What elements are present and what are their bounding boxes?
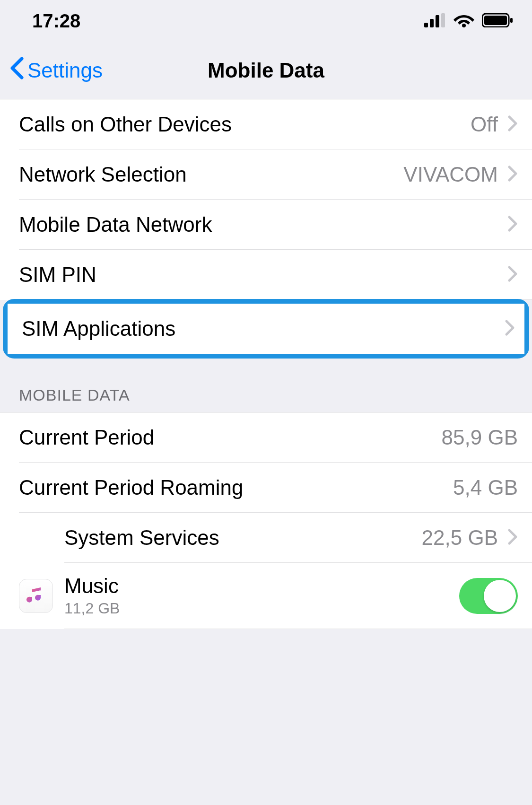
row-network-selection[interactable]: Network Selection VIVACOM xyxy=(0,149,532,200)
chevron-left-icon xyxy=(9,57,24,84)
section-header-mobile-data: MOBILE DATA xyxy=(0,359,532,412)
chevron-right-icon xyxy=(507,528,518,547)
row-label: Current Period xyxy=(19,426,154,449)
back-button[interactable]: Settings xyxy=(9,57,103,84)
chevron-right-icon xyxy=(507,165,518,184)
settings-section-1: Calls on Other Devices Off Network Selec… xyxy=(0,99,532,359)
svg-rect-3 xyxy=(441,13,445,27)
row-sim-applications[interactable]: SIM Applications xyxy=(8,304,524,354)
app-usage: 11,2 GB xyxy=(64,600,459,617)
svg-rect-2 xyxy=(436,15,439,27)
row-app-music[interactable]: Music 11,2 GB xyxy=(0,563,532,629)
settings-section-2: Current Period 85,9 GB Current Period Ro… xyxy=(0,412,532,629)
row-current-period-roaming[interactable]: Current Period Roaming 5,4 GB xyxy=(0,463,532,513)
status-right xyxy=(424,10,513,32)
row-current-period[interactable]: Current Period 85,9 GB xyxy=(0,412,532,463)
row-value: 5,4 GB xyxy=(453,476,518,499)
svg-point-4 xyxy=(462,24,466,27)
chevron-right-icon xyxy=(507,115,518,134)
toggle-knob xyxy=(484,580,516,612)
status-bar: 17:28 xyxy=(0,0,532,42)
svg-rect-7 xyxy=(510,18,513,23)
svg-rect-1 xyxy=(430,19,434,27)
music-app-icon xyxy=(19,579,53,613)
svg-rect-6 xyxy=(484,16,507,25)
row-value: 22,5 GB xyxy=(422,526,498,550)
row-value: 85,9 GB xyxy=(442,426,518,449)
row-value: VIVACOM xyxy=(403,163,498,186)
music-toggle[interactable] xyxy=(459,578,518,614)
cellular-signal-icon xyxy=(424,10,446,32)
chevron-right-icon xyxy=(507,215,518,234)
row-label: Mobile Data Network xyxy=(19,213,212,236)
app-name: Music xyxy=(64,574,459,598)
row-label: Network Selection xyxy=(19,163,187,186)
row-calls-on-other-devices[interactable]: Calls on Other Devices Off xyxy=(0,99,532,149)
row-label: SIM Applications xyxy=(22,317,175,341)
chevron-right-icon xyxy=(507,265,518,284)
row-system-services[interactable]: System Services 22,5 GB xyxy=(0,513,532,563)
app-text: Music 11,2 GB xyxy=(64,574,459,617)
wifi-icon xyxy=(454,10,474,32)
back-label: Settings xyxy=(27,59,103,82)
row-label: System Services xyxy=(64,526,219,550)
nav-bar: Settings Mobile Data xyxy=(0,42,532,99)
battery-icon xyxy=(482,10,513,32)
status-time: 17:28 xyxy=(32,10,80,32)
row-label: Current Period Roaming xyxy=(19,476,243,499)
highlight-annotation: SIM Applications xyxy=(3,299,529,359)
row-mobile-data-network[interactable]: Mobile Data Network xyxy=(0,200,532,250)
row-label: SIM PIN xyxy=(19,263,96,287)
row-label: Calls on Other Devices xyxy=(19,113,232,136)
svg-rect-0 xyxy=(424,23,428,27)
row-value: Off xyxy=(471,113,498,136)
chevron-right-icon xyxy=(505,319,515,338)
row-sim-pin[interactable]: SIM PIN xyxy=(0,250,532,300)
